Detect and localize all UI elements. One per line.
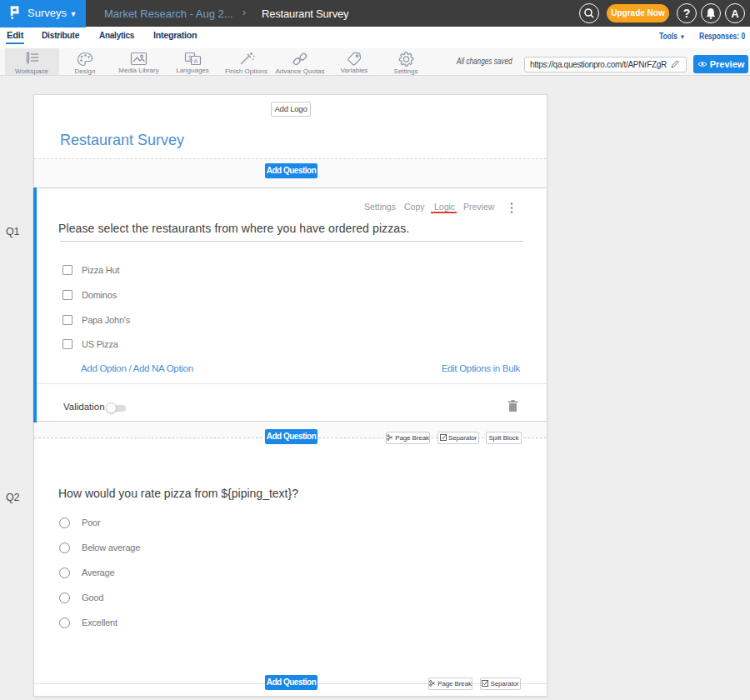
svg-text:文: 文 [188, 54, 193, 61]
svg-text:A: A [193, 58, 198, 64]
